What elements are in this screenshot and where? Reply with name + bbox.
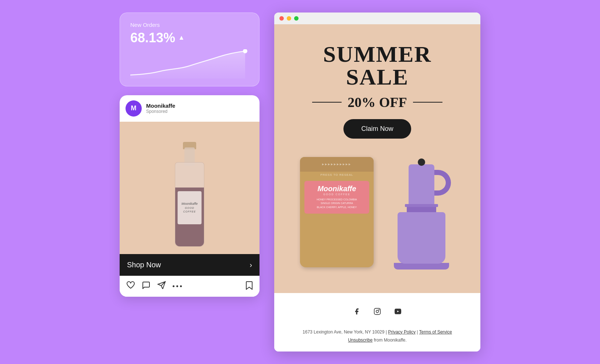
comment-icon[interactable] [142,281,151,291]
social-card: M Moonikaffe Sponsored [120,95,260,297]
facebook-icon[interactable] [351,306,363,317]
summer-sale-title: SUMMER SALE [289,43,466,88]
email-content: SUMMER SALE 20% OFF Claim Now ▶▶▶▶▶▶▶▶▶▶ [274,24,480,293]
chart-area [130,49,249,79]
stats-title: New Orders [130,22,249,28]
left-column: New Orders 68.13% ▲ [120,13,260,297]
svg-point-3 [379,310,379,310]
unsubscribe-suffix: from Moonikaffe. [373,338,406,343]
claim-now-button[interactable]: Claim Now [343,119,411,139]
bag-label: Moonikaffe GOOD COFFEE HONEY PROCESSED C… [304,181,369,214]
moka-top [409,164,434,205]
bottle-brand-text: Moonikaffe GOOD COFFEE [180,202,200,214]
instagram-icon[interactable] [371,306,383,317]
moka-bottom [398,212,445,264]
sponsored-label: Sponsored [146,109,175,114]
bottle-label: Moonikaffe GOOD COFFEE [178,191,202,224]
stats-arrow: ▲ [178,34,185,42]
bag-subtitle: GOOD COFFEE [308,193,366,196]
toolbar-dot-close[interactable] [279,16,284,21]
avatar-letter: M [131,104,137,112]
moka-base [394,263,449,270]
address-text: 1673 Lexington Ave, New York, NY 10029 [303,329,384,335]
bottle: Moonikaffe GOOD COFFEE [171,144,208,247]
email-card: SUMMER SALE 20% OFF Claim Now ▶▶▶▶▶▶▶▶▶▶ [274,13,480,351]
moka-pot-illustration [388,164,455,282]
unsubscribe-link[interactable]: Unsubscribe [348,338,373,343]
email-toolbar [274,13,480,24]
bottle-body: Moonikaffe GOOD COFFEE [175,162,204,247]
avatar: M [126,100,142,117]
svg-rect-1 [374,308,381,315]
bag-description: HONEY PROCESSED COLOMBIA SINGLE ORIGIN C… [308,198,366,210]
product-image: Moonikaffe GOOD COFFEE [120,122,260,254]
social-card-header: M Moonikaffe Sponsored [120,95,260,122]
moka-handle [434,170,451,196]
like-icon[interactable] [126,281,135,291]
discount-line-left [312,102,342,103]
coffee-bag-illustration: ▶▶▶▶▶▶▶▶▶▶ PRESS TO RESEAL Moonikaffe GO… [300,157,381,282]
bookmark-icon[interactable] [246,281,253,292]
youtube-icon[interactable] [392,306,404,317]
toolbar-dot-minimize[interactable] [287,16,291,21]
bag-brand-text: Moonikaffe [308,185,366,193]
dot-2 [176,285,178,287]
actions-left [126,281,182,291]
bottle-illustration: Moonikaffe GOOD COFFEE [171,122,208,254]
email-products: ▶▶▶▶▶▶▶▶▶▶ PRESS TO RESEAL Moonikaffe GO… [274,150,480,293]
footer-address: 1673 Lexington Ave, New York, NY 10029 |… [285,328,469,344]
toolbar-dot-maximize[interactable] [294,16,299,21]
email-hero: SUMMER SALE 20% OFF Claim Now [274,24,480,150]
shop-now-label: Shop Now [127,261,161,269]
main-container: New Orders 68.13% ▲ [105,0,495,364]
terms-link[interactable]: Terms of Service [419,329,452,335]
shop-now-arrow-icon: › [250,261,252,269]
more-dots[interactable] [173,285,182,287]
dot-3 [180,285,182,287]
chart-svg [130,49,249,79]
user-info: Moonikaffe Sponsored [146,103,175,114]
stats-value: 68.13% ▲ [130,30,249,46]
svg-point-0 [243,49,247,53]
share-icon[interactable] [157,281,166,291]
privacy-link[interactable]: Privacy Policy [388,329,416,335]
username: Moonikaffe [146,103,175,109]
email-footer: 1673 Lexington Ave, New York, NY 10029 |… [274,293,480,351]
discount-line-right [413,102,442,103]
svg-point-2 [376,310,379,313]
bag-top-strip: ▶▶▶▶▶▶▶▶▶▶ [300,157,374,172]
discount-text: 20% OFF [347,94,407,110]
stats-number: 68.13% [130,30,175,46]
social-icons [285,300,469,322]
dot-1 [173,285,174,287]
stats-card: New Orders 68.13% ▲ [120,13,260,86]
discount-row: 20% OFF [289,94,466,110]
shop-now-bar[interactable]: Shop Now › [120,254,260,276]
social-actions [120,276,260,297]
bag-body: ▶▶▶▶▶▶▶▶▶▶ PRESS TO RESEAL Moonikaffe GO… [300,157,374,267]
